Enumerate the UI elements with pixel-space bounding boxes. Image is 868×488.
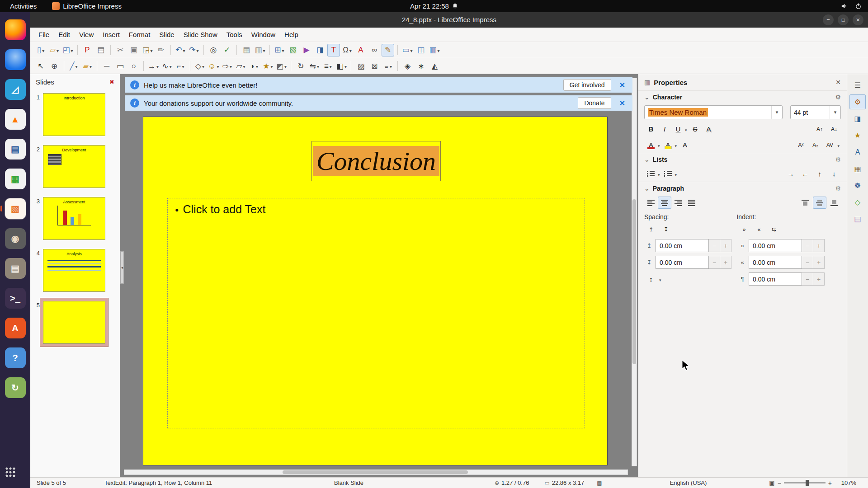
character-spacing-button[interactable]: AV: [823, 139, 836, 151]
basic-shapes-tool[interactable]: ◇: [193, 60, 206, 72]
lines-arrows-tool-dropdown-icon[interactable]: [156, 61, 159, 70]
spacing-above-increase-button[interactable]: +: [720, 239, 731, 252]
move-down-button[interactable]: ↓: [827, 168, 841, 180]
align-justify-button[interactable]: [685, 197, 698, 209]
vertical-scrollbar[interactable]: [632, 78, 637, 466]
display-views-button[interactable]: ▥: [254, 44, 266, 56]
properties-tab[interactable]: ⚙: [849, 94, 866, 109]
slide-thumb-canvas[interactable]: Development: [43, 145, 105, 188]
paste-button[interactable]: ◲: [141, 44, 154, 56]
slide-thumbnail-2[interactable]: 2 Development: [30, 145, 120, 188]
slide-thumb-canvas[interactable]: Introduction: [43, 93, 105, 136]
center-vertically-button[interactable]: [813, 197, 826, 209]
sidebar-settings-button[interactable]: ☰: [849, 78, 866, 93]
align-objects-tool[interactable]: ≡: [321, 60, 334, 72]
promote-button[interactable]: ←: [798, 168, 812, 180]
zoom-out-button[interactable]: −: [778, 479, 781, 487]
save-button[interactable]: ◰: [61, 44, 74, 56]
toggle-shadow-button[interactable]: A: [702, 123, 716, 135]
align-center-button[interactable]: [658, 197, 671, 209]
superscript-button[interactable]: A²: [794, 139, 807, 151]
fontwork-button[interactable]: A: [354, 44, 367, 56]
toggle-extrusion-tool[interactable]: ◭: [428, 60, 441, 72]
indent-before-value[interactable]: 0.00 cm: [749, 239, 802, 252]
character-more-options-icon[interactable]: [835, 94, 841, 101]
numbered-list-button[interactable]: [661, 168, 675, 180]
flip-tool[interactable]: ⇋: [308, 60, 321, 72]
line-spacing-dropdown-icon[interactable]: [659, 276, 661, 283]
highlight-color-button[interactable]: A: [661, 139, 675, 151]
clear-formatting-button[interactable]: A: [678, 139, 692, 151]
arrange-tool-dropdown-icon[interactable]: [344, 61, 347, 70]
paragraph-section-header[interactable]: Paragraph: [638, 182, 847, 195]
align-objects-tool-dropdown-icon[interactable]: [330, 61, 332, 70]
dock-ubuntu-software[interactable]: A: [5, 318, 26, 338]
insert-table-button-dropdown-icon[interactable]: [282, 46, 284, 55]
new-button-dropdown-icon[interactable]: [42, 46, 44, 55]
new-button[interactable]: ▯: [34, 44, 47, 56]
rotate-tool[interactable]: ↻: [294, 60, 307, 72]
decrease-font-size-button[interactable]: A↓: [827, 123, 841, 135]
menu-insert[interactable]: Insert: [98, 29, 124, 40]
font-color-button[interactable]: A: [644, 139, 658, 151]
redo-button[interactable]: ↷: [188, 44, 200, 56]
block-arrows-tool-dropdown-icon[interactable]: [230, 61, 232, 70]
3d-objects-tool[interactable]: ◩: [275, 60, 288, 72]
special-character-button[interactable]: Ω: [341, 44, 354, 56]
insert-textbox-button[interactable]: T: [327, 44, 340, 56]
font-size-combo[interactable]: 44 pt: [790, 105, 841, 119]
switch-indent-button[interactable]: ⇆: [767, 223, 781, 235]
increase-font-size-button[interactable]: A↑: [813, 123, 826, 135]
insert-chart-button[interactable]: ◨: [314, 44, 326, 56]
close-notification-icon[interactable]: [619, 81, 625, 89]
menu-window[interactable]: Window: [247, 29, 280, 40]
clone-formatting-button[interactable]: ✏: [155, 44, 167, 56]
3d-objects-tool-dropdown-icon[interactable]: [284, 61, 287, 70]
callout-shapes-tool-dropdown-icon[interactable]: [256, 61, 258, 70]
dock-help[interactable]: ?: [5, 347, 26, 368]
navigator-tab[interactable]: ☸: [849, 178, 866, 193]
dock-software-updater[interactable]: ↻: [5, 377, 26, 398]
basic-shapes-tool-dropdown-icon[interactable]: [202, 61, 204, 70]
display-views-button-dropdown-icon[interactable]: [263, 46, 265, 55]
font-size-value[interactable]: 44 pt: [794, 109, 808, 116]
lists-more-options-icon[interactable]: [835, 156, 841, 163]
slide-thumb-canvas[interactable]: Analysis: [43, 249, 105, 292]
bullet-list-button[interactable]: [644, 168, 658, 180]
fit-slide-icon[interactable]: [769, 479, 774, 486]
lists-section-header[interactable]: Lists: [638, 153, 847, 166]
indent-before-decrease-button[interactable]: −: [802, 239, 813, 252]
menu-file[interactable]: File: [34, 29, 54, 40]
shapes-tab[interactable]: ◇: [849, 195, 866, 210]
flip-tool-dropdown-icon[interactable]: [317, 61, 319, 70]
crop-tool[interactable]: ⊠: [368, 60, 381, 72]
menu-format[interactable]: Format: [124, 29, 155, 40]
show-draw-functions-button[interactable]: ✎: [382, 44, 394, 56]
donate-button[interactable]: Donate: [578, 97, 611, 109]
indent-after-decrease-button[interactable]: −: [802, 256, 813, 269]
spacing-below-value[interactable]: 0.00 cm: [656, 256, 709, 269]
font-name-combo[interactable]: Times New Roman: [644, 105, 783, 119]
clock-menu[interactable]: Apr 21 22:58: [410, 0, 458, 12]
align-left-button[interactable]: [644, 197, 658, 209]
undo-button[interactable]: ↶: [174, 44, 187, 56]
slide-thumb-canvas[interactable]: [43, 301, 105, 344]
arrange-tool[interactable]: ◧: [335, 60, 348, 72]
close-window-button[interactable]: [853, 14, 863, 25]
callout-shapes-tool[interactable]: ◗: [248, 60, 260, 72]
flowchart-tool-dropdown-icon[interactable]: [243, 61, 245, 70]
indent-after-increase-button[interactable]: +: [813, 256, 825, 269]
underline-button[interactable]: U: [671, 123, 685, 135]
save-button-dropdown-icon[interactable]: [71, 46, 73, 55]
dock-files[interactable]: ▤: [5, 258, 26, 279]
dock-firefox[interactable]: [5, 19, 26, 40]
font-size-dropdown-icon[interactable]: [830, 106, 840, 119]
ellipse-tool[interactable]: ○: [127, 60, 140, 72]
curves-polygons-tool[interactable]: ∿: [160, 60, 173, 72]
first-line-indent-value[interactable]: 0.00 cm: [749, 272, 802, 286]
character-spacing-dropdown-icon[interactable]: [837, 141, 840, 149]
line-color-tool-dropdown-icon[interactable]: [75, 61, 78, 70]
new-slide-button[interactable]: ▭: [401, 44, 414, 56]
align-right-button[interactable]: [671, 197, 685, 209]
bullet-list-dropdown-icon[interactable]: [658, 170, 660, 178]
